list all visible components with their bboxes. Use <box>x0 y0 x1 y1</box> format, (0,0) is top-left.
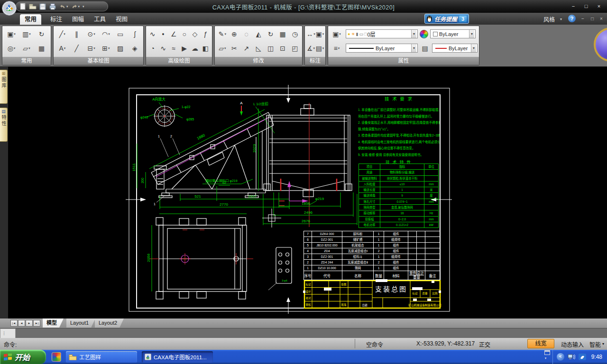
dynamic-input-toggle[interactable]: 动态输入 <box>561 340 584 348</box>
command-prompt[interactable]: 命令: <box>4 340 17 348</box>
snap-dropdown-icon[interactable]: ▾ <box>602 342 604 346</box>
erase-icon[interactable]: ✎▾ <box>216 28 229 40</box>
angle-line-icon[interactable]: ∠ <box>169 28 179 40</box>
format-painter-icon[interactable]: ▣▾ <box>330 28 344 40</box>
lineweight-combobox[interactable]: ByLayer ▾ <box>432 44 478 53</box>
rectangle-icon[interactable]: ▭ <box>113 28 128 40</box>
text-icon[interactable]: A▾ <box>55 43 70 54</box>
centerline-icon[interactable]: ⊟▾ <box>84 43 99 54</box>
command-history[interactable]: ⋮ <box>0 328 607 338</box>
color-dropdown-icon[interactable]: ▾ <box>469 30 474 38</box>
dimension-icon[interactable]: ↔▾ <box>306 28 315 40</box>
ellipse-icon[interactable]: ○ <box>179 28 190 40</box>
hatch-icon[interactable]: ▨ <box>113 43 128 54</box>
spline-icon[interactable]: ʃ <box>128 28 142 40</box>
tab-common[interactable]: 常用 <box>20 14 41 25</box>
paste-icon[interactable]: ▣▾ <box>4 28 19 40</box>
color-combobox[interactable]: ByLayer ▾ <box>430 29 476 38</box>
lineweight-dropdown-icon[interactable]: ▾ <box>471 44 476 52</box>
arc-icon[interactable]: ◠▾ <box>99 28 113 40</box>
ortho-toggle[interactable]: 正交 <box>479 340 490 348</box>
restore-button[interactable]: □ <box>582 3 590 10</box>
offset-icon[interactable]: ◷ <box>289 28 301 40</box>
local-detail-icon[interactable]: ◈ <box>128 43 142 54</box>
tab-view[interactable]: 视图 <box>111 14 132 25</box>
quicklaunch-app-icon[interactable] <box>52 352 61 362</box>
layer-dropdown-icon[interactable]: ▾ <box>411 30 416 38</box>
mirror-icon[interactable]: ◭ <box>253 28 265 40</box>
block-icon[interactable]: ⊞▾ <box>99 43 113 54</box>
tab-nav-first-icon[interactable]: |◄ <box>10 320 18 327</box>
sidebar-tab-properties[interactable]: ▤ 特性 <box>0 108 8 142</box>
point-icon[interactable]: • <box>158 28 168 40</box>
explode-icon[interactable]: ◰ <box>289 43 301 54</box>
minimize-button[interactable]: − <box>569 3 578 10</box>
sidebar-tab-library[interactable]: ⊞ 图库 <box>0 70 8 104</box>
doc-minimize-button[interactable]: − <box>579 16 586 21</box>
input-method-icon[interactable] <box>579 354 586 360</box>
floating-window-icon[interactable] <box>544 350 550 355</box>
tab-nav-next-icon[interactable]: ► <box>26 320 33 327</box>
tab-nav-last-icon[interactable]: ►| <box>33 320 40 327</box>
caxa-logo-icon[interactable] <box>2 1 17 16</box>
trim-icon[interactable]: ✂ <box>229 43 241 54</box>
arrow-icon[interactable]: ▶ <box>179 43 190 54</box>
style-button[interactable]: 风格 <box>543 15 555 23</box>
tab-nav-prev-icon[interactable]: ◄ <box>18 320 25 327</box>
polygon-icon[interactable]: ◇ <box>190 28 200 40</box>
help-icon[interactable]: ? <box>568 15 576 22</box>
taskbar-folder-button[interactable]: 工艺图样 <box>66 351 137 363</box>
hole-shaft-icon[interactable]: ◧ <box>201 43 211 54</box>
wave-line-icon[interactable]: ∿ <box>158 43 168 54</box>
annotation-edit-icon[interactable]: ▤▾ <box>315 43 324 54</box>
linewidth-toggle[interactable]: 线宽 <box>527 339 554 348</box>
linetype-manager-icon[interactable]: ▤ <box>420 43 430 54</box>
tab-layout1[interactable]: Layout1 <box>66 318 95 328</box>
layer-combobox[interactable]: ● ☀ ▮ ▭ □ 0层 ▾ <box>346 29 418 38</box>
linewidth-icon[interactable]: ≡▾ <box>330 43 344 54</box>
extend-icon[interactable]: ↗ <box>240 43 253 54</box>
cloud-line-icon[interactable]: ☁ <box>190 43 200 54</box>
copy-object-icon[interactable]: ◌ <box>240 28 253 40</box>
close-button[interactable]: × <box>595 3 603 10</box>
tab-annotate[interactable]: 标注 <box>46 14 67 25</box>
tray-expand-icon[interactable]: ▾ <box>545 356 547 360</box>
start-button[interactable]: 开始 <box>0 350 46 364</box>
parallel-line-icon[interactable]: ∥ <box>70 28 84 40</box>
pie-icon[interactable]: ◔ <box>147 43 158 54</box>
curve-icon[interactable]: ∿ <box>147 28 158 40</box>
rotate-icon[interactable]: ↻ <box>265 28 277 40</box>
pan-view-icon[interactable]: ▱▾ <box>19 43 34 54</box>
block-edit-icon[interactable]: ⊡ <box>277 43 289 54</box>
array-icon[interactable]: ▦ <box>277 28 289 40</box>
coordinate-dim-icon[interactable]: ▣▾ <box>315 28 324 40</box>
linetype-combobox[interactable]: ByLayer ▾ <box>346 44 418 53</box>
command-bar-handle[interactable]: ⋮ <box>0 328 16 338</box>
task-reminder-button[interactable]: 任务提醒 3 <box>424 14 469 24</box>
doc-restore-button[interactable]: □ <box>589 16 596 21</box>
tab-model[interactable]: 模型 <box>43 318 64 328</box>
snap-mode-toggle[interactable]: 智能 <box>589 340 601 348</box>
tab-tools[interactable]: 工具 <box>89 14 110 25</box>
leader-icon[interactable]: ∡▾ <box>306 43 315 54</box>
formula-curve-icon[interactable]: ƒ <box>201 28 211 40</box>
drawing-canvas[interactable]: 支装总图 矿山机械设备制造有限公司 标记 设计 校对 审核 处数 批准 标记 质… <box>8 67 607 318</box>
zoom-icon[interactable]: ◎▾ <box>4 43 19 54</box>
sketch-line-icon[interactable]: ╱ <box>70 43 84 54</box>
style-dropdown-icon[interactable]: ▾ <box>560 17 562 21</box>
tray-chevron-icon[interactable]: < <box>557 353 564 361</box>
break-icon[interactable]: ◫ <box>265 43 277 54</box>
tab-sheet[interactable]: 图幅 <box>67 14 89 25</box>
move-icon[interactable]: ⊕ <box>229 28 241 40</box>
taskbar-caxa-button[interactable]: M CAXA电子图板2011... <box>142 351 213 363</box>
line-icon[interactable]: ╱▾ <box>55 28 70 40</box>
network-monitor-icon[interactable] <box>568 354 575 360</box>
stretch-icon[interactable]: ▱▾ <box>216 43 229 54</box>
display-settings-icon[interactable]: ▦ <box>34 43 49 54</box>
break-line-icon[interactable]: ≈ <box>169 43 179 54</box>
chamfer-icon[interactable]: ◺ <box>253 43 265 54</box>
copy-icon[interactable]: ▥▾ <box>19 28 34 40</box>
linetype-dropdown-icon[interactable]: ▾ <box>411 44 416 52</box>
color-wheel-icon[interactable] <box>420 30 428 38</box>
title-block[interactable]: 支装总图 矿山机械设备制造有限公司 标记 设计 校对 审核 处数 批准 标记 质… <box>303 279 441 308</box>
